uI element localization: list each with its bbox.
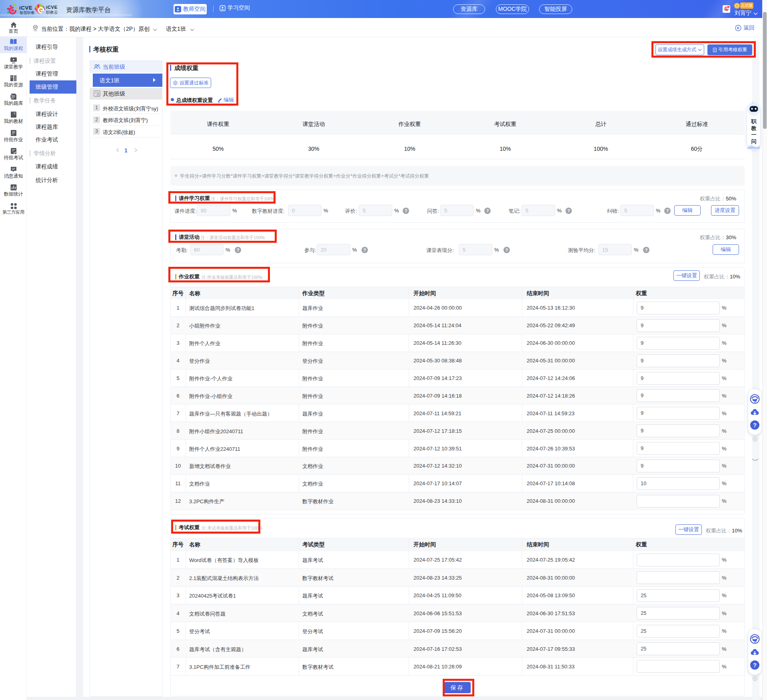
svg-text:?: ? (753, 422, 757, 428)
svg-text:?: ? (753, 662, 757, 668)
